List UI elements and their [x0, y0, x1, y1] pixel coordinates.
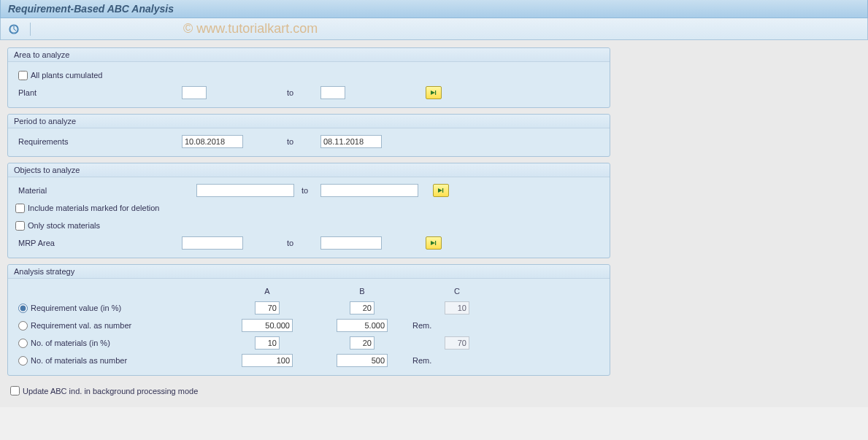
radio-req-val-pct[interactable]: Requirement value (in %): [18, 304, 121, 313]
mrp-from-input[interactable]: [182, 236, 243, 250]
radio-req-val-num-label: Requirement val. as number: [31, 321, 131, 330]
page-title: Requirement-Based ABC Analysis: [8, 3, 174, 15]
mrp-to-input[interactable]: [320, 236, 382, 250]
page-title-bar: Requirement-Based ABC Analysis: [0, 0, 868, 18]
checkbox-include-deletion-input[interactable]: [15, 204, 25, 213]
svg-rect-5: [442, 188, 443, 193]
plant-to-label: to: [287, 88, 320, 97]
group-title-objects: Objects to analyze: [8, 163, 610, 177]
groupbox-period: Period to analyze Requirements to: [7, 114, 610, 157]
groupbox-strategy: Analysis strategy A B C Requirement valu…: [7, 264, 610, 376]
material-multiselect-button[interactable]: [433, 184, 449, 197]
requirements-from-input[interactable]: [182, 135, 243, 148]
nomatpct-b[interactable]: [350, 336, 375, 350]
execute-icon[interactable]: [8, 23, 20, 35]
toolbar: © www.tutorialkart.com: [0, 18, 868, 40]
radio-nomat-pct-input[interactable]: [18, 339, 28, 348]
group-title-area: Area to analyze: [8, 48, 610, 62]
svg-rect-6: [435, 241, 436, 245]
reqvalnum-a[interactable]: [242, 319, 293, 332]
checkbox-update-abc-bg-input[interactable]: [10, 386, 20, 395]
mrp-area-label: MRP Area: [15, 239, 182, 247]
groupbox-area: Area to analyze All plants cumulated Pla…: [7, 47, 610, 108]
checkbox-only-stock-input[interactable]: [15, 221, 25, 231]
checkbox-all-plants-label: All plants cumulated: [31, 71, 102, 80]
checkbox-update-abc-bg-label: Update ABC ind. in background processing…: [23, 387, 198, 395]
reqvalpct-b[interactable]: [350, 301, 375, 314]
radio-nomat-pct-label: No. of materials (in %): [31, 339, 110, 347]
reqvalpct-a[interactable]: [255, 301, 280, 314]
plant-from-input[interactable]: [182, 86, 207, 99]
checkbox-include-deletion[interactable]: Include materials marked for deletion: [15, 204, 159, 213]
group-title-strategy: Analysis strategy: [8, 265, 610, 279]
reqvalnum-b[interactable]: [337, 319, 388, 332]
requirements-label: Requirements: [15, 137, 182, 146]
plant-to-input[interactable]: [320, 86, 345, 99]
group-title-period: Period to analyze: [8, 115, 610, 128]
mrp-multiselect-button[interactable]: [426, 236, 442, 250]
requirements-to-label: to: [287, 137, 320, 146]
checkbox-include-deletion-label: Include materials marked for deletion: [28, 204, 159, 212]
plant-multiselect-button[interactable]: [426, 86, 442, 99]
radio-nomat-num[interactable]: No. of materials as number: [18, 356, 127, 366]
material-label: Material: [15, 186, 196, 195]
svg-line-3: [14, 29, 16, 31]
groupbox-objects: Objects to analyze Material to Include m…: [7, 163, 610, 258]
checkbox-only-stock[interactable]: Only stock materials: [15, 221, 100, 231]
nomatpct-a[interactable]: [255, 336, 280, 350]
checkbox-update-abc-bg[interactable]: Update ABC ind. in background processing…: [10, 386, 858, 395]
nomatnum-c: Rem.: [410, 356, 431, 365]
reqvalnum-c: Rem.: [410, 321, 431, 330]
nomatpct-c: 70: [445, 336, 469, 350]
radio-req-val-num[interactable]: Requirement val. as number: [18, 321, 131, 331]
content-area: Area to analyze All plants cumulated Pla…: [0, 40, 868, 407]
radio-req-val-pct-input[interactable]: [18, 304, 28, 313]
radio-nomat-num-input[interactable]: [18, 356, 28, 366]
watermark: © www.tutorialkart.com: [183, 21, 318, 36]
nomatnum-a[interactable]: [242, 354, 293, 367]
material-from-input[interactable]: [196, 184, 294, 197]
material-to-label: to: [302, 186, 320, 195]
radio-req-val-pct-label: Requirement value (in %): [31, 304, 121, 312]
toolbar-divider: [30, 23, 31, 36]
nomatnum-b[interactable]: [337, 354, 388, 367]
strategy-col-c: C: [410, 287, 504, 296]
svg-rect-4: [435, 90, 436, 95]
material-to-input[interactable]: [320, 184, 418, 197]
requirements-to-input[interactable]: [320, 135, 382, 148]
checkbox-only-stock-label: Only stock materials: [28, 221, 100, 230]
checkbox-all-plants[interactable]: All plants cumulated: [18, 71, 182, 80]
strategy-col-a: A: [220, 287, 315, 296]
checkbox-all-plants-input[interactable]: [18, 71, 28, 80]
plant-label: Plant: [15, 88, 182, 97]
radio-nomat-pct[interactable]: No. of materials (in %): [18, 339, 110, 348]
mrp-to-label: to: [287, 239, 320, 247]
reqvalpct-c: 10: [445, 301, 469, 314]
strategy-col-b: B: [315, 287, 410, 296]
radio-nomat-num-label: No. of materials as number: [31, 356, 127, 365]
radio-req-val-num-input[interactable]: [18, 321, 28, 331]
